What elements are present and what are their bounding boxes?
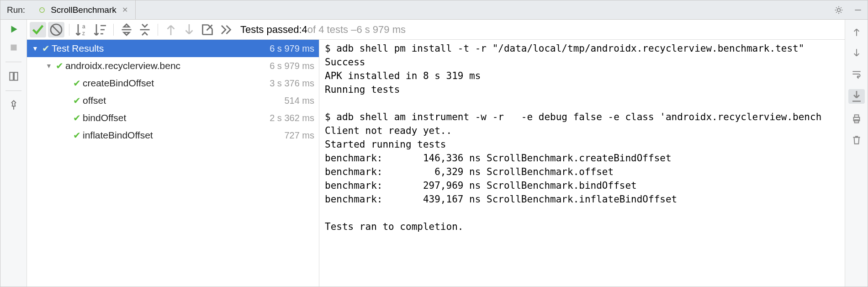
collapse-all-button[interactable] — [137, 22, 153, 37]
svg-rect-11 — [854, 115, 858, 117]
arrow-down-icon — [851, 47, 863, 59]
scroll-to-end-button[interactable] — [848, 89, 865, 104]
pin-icon — [8, 99, 20, 111]
tree-test-label: createBindOffset — [83, 78, 266, 89]
export-icon — [199, 21, 216, 38]
clear-button[interactable] — [851, 134, 863, 146]
sort-alpha-icon: az — [74, 21, 90, 38]
layout-icon — [8, 70, 20, 82]
status-elapsed: 6 s 979 ms — [356, 24, 406, 36]
chevron-down-icon[interactable]: ▼ — [31, 45, 40, 52]
svg-rect-6 — [14, 72, 18, 80]
tree-test[interactable]: ✔ createBindOffset 3 s 376 ms — [27, 74, 319, 92]
tree-test-label: offset — [83, 95, 281, 106]
stop-icon — [8, 42, 20, 53]
android-run-icon — [38, 6, 46, 14]
left-gutter — [0, 20, 27, 287]
scroll-down-button[interactable] — [851, 47, 863, 59]
svg-text:z: z — [82, 30, 85, 37]
next-failed-button[interactable] — [181, 22, 197, 37]
tree-test[interactable]: ✔ bindOffset 2 s 362 ms — [27, 109, 319, 127]
play-icon — [8, 23, 20, 35]
trash-icon — [851, 134, 863, 146]
status-prefix: Tests passed: — [240, 24, 302, 36]
collapse-icon — [137, 21, 153, 38]
status-passed-count: 4 — [302, 24, 307, 36]
sort-duration-button[interactable] — [92, 22, 109, 37]
expand-icon — [118, 21, 135, 38]
tree-test-time: 3 s 376 ms — [266, 78, 314, 89]
tree-test-time: 2 s 362 ms — [266, 113, 314, 123]
close-icon[interactable]: ✕ — [121, 5, 129, 14]
svg-text:a: a — [82, 23, 85, 30]
run-header: Run: ScrollBenchmark ✕ — [0, 0, 868, 20]
scroll-to-end-icon — [848, 88, 865, 105]
svg-point-1 — [41, 9, 42, 10]
tree-package-label: androidx.recyclerview.benc — [65, 60, 266, 71]
chevron-down-icon[interactable]: ▼ — [44, 62, 53, 69]
tree-root-label: Test Results — [52, 43, 266, 54]
no-entry-icon — [48, 21, 64, 38]
check-icon: ✔ — [71, 130, 83, 141]
scroll-up-button[interactable] — [851, 26, 863, 38]
printer-icon — [851, 113, 863, 125]
svg-rect-5 — [10, 72, 13, 80]
stop-button[interactable] — [8, 42, 20, 53]
show-passed-button[interactable] — [30, 22, 46, 37]
minimize-icon — [853, 5, 863, 15]
tree-package-time: 6 s 979 ms — [266, 61, 314, 71]
tree-test-time: 727 ms — [281, 130, 314, 141]
tree-test-label: inflateBindOffset — [83, 130, 281, 141]
prev-failed-button[interactable] — [163, 22, 179, 37]
rerun-button[interactable] — [8, 23, 20, 35]
sort-alpha-button[interactable]: az — [74, 22, 90, 37]
arrow-up-icon — [163, 21, 179, 38]
arrow-up-icon — [851, 26, 863, 38]
export-button[interactable] — [199, 22, 216, 37]
arrow-down-icon — [181, 21, 197, 38]
print-button[interactable] — [851, 113, 863, 125]
check-icon: ✔ — [40, 43, 52, 54]
show-ignored-button[interactable] — [48, 22, 64, 37]
tree-test-label: bindOffset — [83, 112, 266, 123]
tree-package[interactable]: ▼ ✔ androidx.recyclerview.benc 6 s 979 m… — [27, 57, 319, 74]
test-toolbar: az — [27, 20, 845, 40]
check-icon: ✔ — [71, 78, 83, 89]
run-tab[interactable]: ScrollBenchmark ✕ — [32, 0, 136, 19]
svg-rect-12 — [854, 120, 858, 123]
settings-button[interactable] — [829, 0, 848, 19]
tree-root[interactable]: ▼ ✔ Test Results 6 s 979 ms — [27, 40, 319, 57]
console-output[interactable]: $ adb shell pm install -t -r "/data/loca… — [319, 40, 845, 287]
svg-point-3 — [837, 8, 841, 11]
expand-all-button[interactable] — [118, 22, 135, 37]
gear-icon — [834, 5, 843, 15]
right-gutter — [845, 20, 868, 287]
pin-button[interactable] — [8, 99, 20, 111]
tree-root-time: 6 s 979 ms — [266, 43, 314, 54]
tree-test-time: 514 ms — [281, 96, 314, 106]
run-tab-title: ScrollBenchmark — [51, 5, 116, 15]
test-status: Tests passed: 4 of 4 tests – 6 s 979 ms — [240, 24, 406, 36]
more-button[interactable] — [217, 22, 234, 37]
check-icon: ✔ — [71, 95, 83, 106]
tree-test[interactable]: ✔ inflateBindOffset 727 ms — [27, 127, 319, 144]
svg-rect-4 — [11, 45, 16, 51]
check-icon: ✔ — [53, 60, 65, 71]
svg-point-0 — [40, 7, 45, 12]
check-icon: ✔ — [71, 112, 83, 123]
chevron-double-right-icon — [217, 21, 234, 38]
sort-duration-icon — [92, 21, 109, 38]
status-mid: of 4 tests – — [307, 24, 357, 36]
run-label: Run: — [0, 0, 32, 19]
layout-button[interactable] — [8, 70, 20, 82]
soft-wrap-button[interactable] — [851, 68, 863, 80]
hide-button[interactable] — [848, 0, 868, 19]
tree-test[interactable]: ✔ offset 514 ms — [27, 92, 319, 109]
check-icon — [30, 21, 46, 38]
wrap-icon — [851, 68, 863, 80]
test-tree[interactable]: ▼ ✔ Test Results 6 s 979 ms ▼ ✔ androidx… — [27, 40, 319, 287]
svg-point-2 — [43, 9, 44, 10]
